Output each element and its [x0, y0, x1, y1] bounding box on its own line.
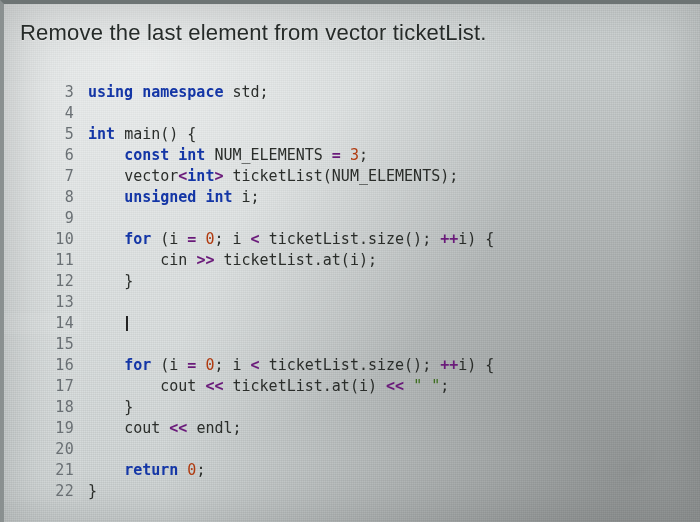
screenshot-frame: Remove the last element from vector tick… — [0, 0, 700, 522]
code-line: 18 } — [4, 397, 700, 418]
code-line: 4 — [4, 103, 700, 124]
code-content: using namespace std; — [82, 82, 269, 103]
code-content: cout << ticketList.at(i) << " "; — [82, 376, 449, 397]
line-number: 11 — [4, 250, 82, 271]
line-number: 10 — [4, 229, 82, 250]
code-content: for (i = 0; i < ticketList.size(); ++i) … — [82, 355, 494, 376]
line-number: 7 — [4, 166, 82, 187]
line-number: 4 — [4, 103, 82, 124]
line-number: 14 — [4, 313, 82, 334]
code-editor: 3using namespace std;45int main() {6 con… — [4, 82, 700, 512]
line-number: 3 — [4, 82, 82, 103]
code-content: } — [82, 481, 97, 502]
line-number: 22 — [4, 481, 82, 502]
line-number: 12 — [4, 271, 82, 292]
line-number: 13 — [4, 292, 82, 313]
line-number: 17 — [4, 376, 82, 397]
line-number: 6 — [4, 145, 82, 166]
line-number: 9 — [4, 208, 82, 229]
code-content: unsigned int i; — [82, 187, 260, 208]
text-cursor — [126, 316, 129, 331]
code-content: cin >> ticketList.at(i); — [82, 250, 377, 271]
code-line: 16 for (i = 0; i < ticketList.size(); ++… — [4, 355, 700, 376]
code-content: } — [82, 271, 133, 292]
line-number: 18 — [4, 397, 82, 418]
code-content: } — [82, 397, 133, 418]
code-content: vector<int> ticketList(NUM_ELEMENTS); — [82, 166, 458, 187]
code-line: 15 — [4, 334, 700, 355]
code-line: 7 vector<int> ticketList(NUM_ELEMENTS); — [4, 166, 700, 187]
code-content: for (i = 0; i < ticketList.size(); ++i) … — [82, 229, 494, 250]
line-number: 16 — [4, 355, 82, 376]
code-content: int main() { — [82, 124, 196, 145]
line-number: 8 — [4, 187, 82, 208]
line-number: 5 — [4, 124, 82, 145]
code-line: 9 — [4, 208, 700, 229]
code-content: cout << endl; — [82, 418, 242, 439]
code-line: 17 cout << ticketList.at(i) << " "; — [4, 376, 700, 397]
code-line: 3using namespace std; — [4, 82, 700, 103]
code-line: 10 for (i = 0; i < ticketList.size(); ++… — [4, 229, 700, 250]
line-number: 21 — [4, 460, 82, 481]
code-line: 13 — [4, 292, 700, 313]
instruction-text: Remove the last element from vector tick… — [4, 4, 700, 46]
code-line: 12 } — [4, 271, 700, 292]
code-content: return 0; — [82, 460, 205, 481]
code-content — [82, 313, 129, 334]
code-line: 11 cin >> ticketList.at(i); — [4, 250, 700, 271]
line-number: 20 — [4, 439, 82, 460]
code-line: 21 return 0; — [4, 460, 700, 481]
code-line: 22} — [4, 481, 700, 502]
line-number: 15 — [4, 334, 82, 355]
code-line: 8 unsigned int i; — [4, 187, 700, 208]
code-line: 19 cout << endl; — [4, 418, 700, 439]
code-line: 14 — [4, 313, 700, 334]
code-line: 5int main() { — [4, 124, 700, 145]
code-content: const int NUM_ELEMENTS = 3; — [82, 145, 368, 166]
line-number: 19 — [4, 418, 82, 439]
code-line: 6 const int NUM_ELEMENTS = 3; — [4, 145, 700, 166]
code-line: 20 — [4, 439, 700, 460]
